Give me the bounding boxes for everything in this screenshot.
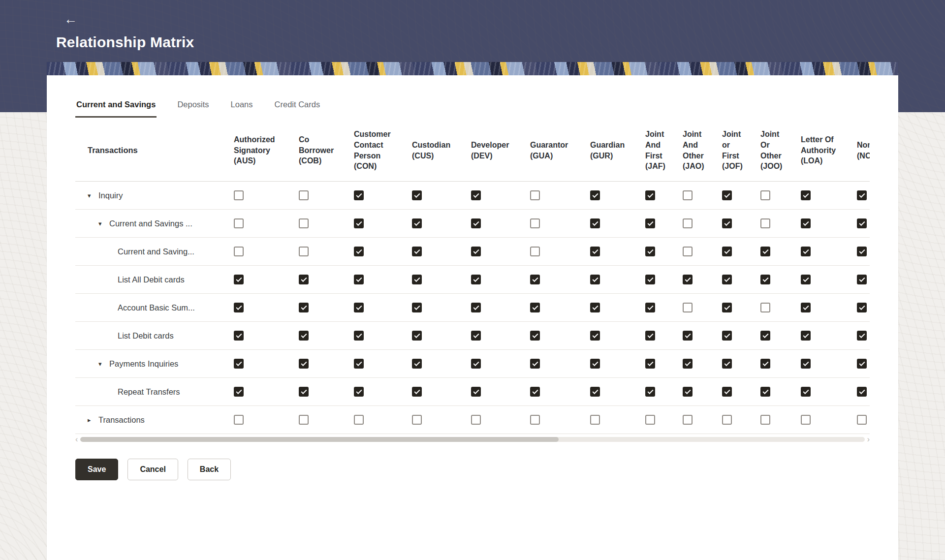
checkbox-unchecked[interactable] [760, 303, 770, 312]
checkbox-checked[interactable] [354, 190, 364, 200]
checkbox-checked[interactable] [590, 359, 600, 369]
checkbox-checked[interactable] [471, 218, 481, 228]
checkbox-checked[interactable] [590, 275, 600, 284]
checkbox-unchecked[interactable] [760, 218, 770, 228]
checkbox-checked[interactable] [471, 247, 481, 256]
checkbox-checked[interactable] [683, 275, 693, 284]
checkbox-checked[interactable] [412, 359, 422, 369]
checkbox-checked[interactable] [234, 387, 244, 397]
checkbox-checked[interactable] [645, 359, 655, 369]
checkbox-unchecked[interactable] [683, 415, 693, 425]
checkbox-unchecked[interactable] [645, 415, 655, 425]
checkbox-unchecked[interactable] [234, 190, 244, 200]
checkbox-checked[interactable] [857, 190, 867, 200]
checkbox-unchecked[interactable] [234, 247, 244, 256]
checkbox-checked[interactable] [299, 275, 309, 284]
checkbox-unchecked[interactable] [299, 190, 309, 200]
scroll-right-icon[interactable]: › [867, 436, 870, 443]
horizontal-scrollbar[interactable]: ‹ › [75, 436, 870, 443]
checkbox-checked[interactable] [590, 303, 600, 312]
checkbox-unchecked[interactable] [683, 190, 693, 200]
checkbox-unchecked[interactable] [801, 415, 811, 425]
checkbox-checked[interactable] [645, 247, 655, 256]
checkbox-checked[interactable] [683, 359, 693, 369]
checkbox-checked[interactable] [722, 387, 732, 397]
checkbox-checked[interactable] [354, 218, 364, 228]
checkbox-checked[interactable] [857, 359, 867, 369]
checkbox-unchecked[interactable] [299, 218, 309, 228]
checkbox-checked[interactable] [760, 275, 770, 284]
checkbox-unchecked[interactable] [590, 415, 600, 425]
checkbox-checked[interactable] [590, 387, 600, 397]
checkbox-checked[interactable] [412, 303, 422, 312]
checkbox-checked[interactable] [354, 331, 364, 341]
checkbox-checked[interactable] [354, 359, 364, 369]
checkbox-unchecked[interactable] [857, 415, 867, 425]
checkbox-checked[interactable] [722, 303, 732, 312]
checkbox-checked[interactable] [530, 303, 540, 312]
checkbox-checked[interactable] [760, 247, 770, 256]
checkbox-checked[interactable] [299, 387, 309, 397]
checkbox-checked[interactable] [412, 218, 422, 228]
checkbox-checked[interactable] [760, 331, 770, 341]
checkbox-checked[interactable] [530, 387, 540, 397]
checkbox-checked[interactable] [722, 190, 732, 200]
checkbox-unchecked[interactable] [234, 218, 244, 228]
checkbox-checked[interactable] [645, 303, 655, 312]
checkbox-checked[interactable] [590, 331, 600, 341]
checkbox-checked[interactable] [645, 218, 655, 228]
checkbox-checked[interactable] [530, 275, 540, 284]
checkbox-checked[interactable] [234, 275, 244, 284]
checkbox-unchecked[interactable] [683, 247, 693, 256]
checkbox-unchecked[interactable] [471, 415, 481, 425]
checkbox-unchecked[interactable] [722, 415, 732, 425]
checkbox-checked[interactable] [801, 331, 811, 341]
checkbox-checked[interactable] [471, 303, 481, 312]
checkbox-checked[interactable] [857, 275, 867, 284]
scroll-left-icon[interactable]: ‹ [75, 436, 78, 443]
checkbox-checked[interactable] [801, 275, 811, 284]
scrollbar-track[interactable] [80, 437, 864, 442]
checkbox-checked[interactable] [857, 331, 867, 341]
checkbox-checked[interactable] [590, 218, 600, 228]
checkbox-unchecked[interactable] [683, 218, 693, 228]
checkbox-unchecked[interactable] [299, 415, 309, 425]
back-arrow-icon[interactable]: ← [61, 12, 80, 27]
checkbox-checked[interactable] [354, 387, 364, 397]
checkbox-checked[interactable] [722, 359, 732, 369]
checkbox-checked[interactable] [299, 331, 309, 341]
checkbox-checked[interactable] [471, 190, 481, 200]
checkbox-checked[interactable] [801, 190, 811, 200]
checkbox-checked[interactable] [354, 275, 364, 284]
checkbox-checked[interactable] [645, 275, 655, 284]
checkbox-checked[interactable] [857, 247, 867, 256]
checkbox-checked[interactable] [299, 303, 309, 312]
checkbox-checked[interactable] [234, 303, 244, 312]
checkbox-checked[interactable] [760, 359, 770, 369]
checkbox-checked[interactable] [857, 387, 867, 397]
caret-down-icon[interactable]: ▾ [98, 220, 109, 227]
tab-credit-cards[interactable]: Credit Cards [274, 100, 321, 118]
checkbox-checked[interactable] [530, 331, 540, 341]
checkbox-unchecked[interactable] [760, 190, 770, 200]
scrollbar-thumb[interactable] [80, 437, 559, 442]
checkbox-checked[interactable] [299, 359, 309, 369]
checkbox-checked[interactable] [801, 247, 811, 256]
checkbox-checked[interactable] [354, 247, 364, 256]
checkbox-checked[interactable] [683, 387, 693, 397]
checkbox-unchecked[interactable] [354, 415, 364, 425]
checkbox-unchecked[interactable] [530, 247, 540, 256]
cancel-button[interactable]: Cancel [127, 459, 178, 480]
checkbox-checked[interactable] [801, 218, 811, 228]
checkbox-checked[interactable] [412, 247, 422, 256]
checkbox-unchecked[interactable] [530, 218, 540, 228]
checkbox-checked[interactable] [645, 387, 655, 397]
checkbox-checked[interactable] [354, 303, 364, 312]
checkbox-unchecked[interactable] [234, 415, 244, 425]
checkbox-checked[interactable] [471, 331, 481, 341]
checkbox-checked[interactable] [645, 190, 655, 200]
tab-current-and-savings[interactable]: Current and Savings [75, 100, 157, 118]
checkbox-unchecked[interactable] [530, 190, 540, 200]
checkbox-checked[interactable] [801, 387, 811, 397]
checkbox-checked[interactable] [645, 331, 655, 341]
